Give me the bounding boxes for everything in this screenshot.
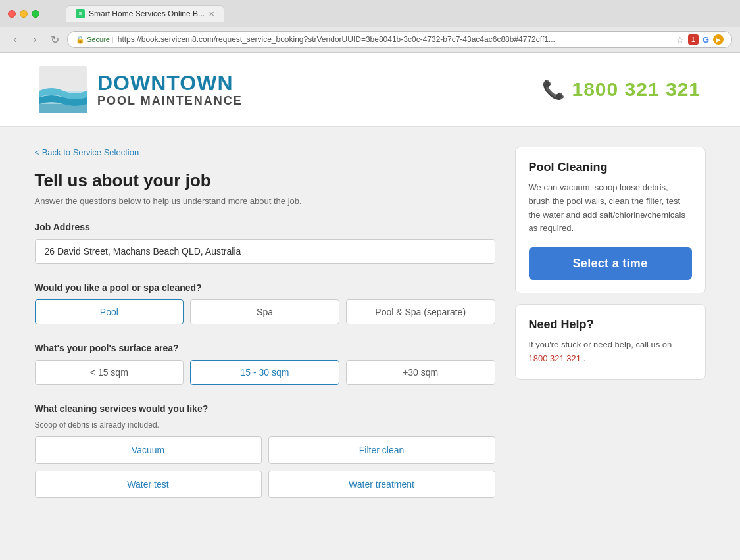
help-text-1: If you're stuck or need help, call us on: [529, 340, 672, 349]
logo-area: DOWNTOWN POOL MAINTENANCE: [39, 66, 243, 113]
menu-icon[interactable]: ▶: [713, 34, 724, 45]
tab-title: Smart Home Services Online B...: [89, 9, 205, 18]
area-options: < 15 sqm 15 - 30 sqm +30 sqm: [35, 360, 495, 385]
phone-number: 1800 321 321: [572, 78, 701, 101]
page-wrapper: DOWNTOWN POOL MAINTENANCE 📞 1800 321 321…: [0, 53, 740, 536]
logo-name: DOWNTOWN: [97, 72, 243, 95]
pool-spa-label: Would you like a pool or spa cleaned?: [35, 282, 495, 293]
service-info-card: Pool Cleaning We can vacuum, scoop loose…: [515, 147, 706, 293]
filter-clean-service-btn[interactable]: Filter clean: [268, 436, 495, 464]
logo-image: [39, 66, 87, 113]
pool-spa-options: Pool Spa Pool & Spa (separate): [35, 299, 495, 324]
area-gt30-option[interactable]: +30 sqm: [346, 360, 495, 385]
job-address-section: Job Address: [35, 222, 495, 264]
refresh-nav-button[interactable]: ↻: [47, 32, 62, 47]
water-treatment-service-btn[interactable]: Water treatment: [268, 471, 495, 498]
page-subtitle: Answer the questions below to help us un…: [35, 196, 495, 206]
tab-close-icon[interactable]: ✕: [209, 10, 214, 18]
vacuum-service-btn[interactable]: Vacuum: [35, 436, 262, 464]
google-icon[interactable]: G: [703, 35, 709, 45]
job-address-label: Job Address: [35, 222, 495, 232]
cleaning-services-sublabel: Scoop of debris is already included.: [35, 420, 495, 430]
area-15-30-option[interactable]: 15 - 30 sqm: [190, 360, 339, 385]
active-tab[interactable]: S Smart Home Services Online B... ✕: [66, 5, 224, 22]
minimize-traffic-light[interactable]: [20, 10, 28, 18]
select-time-button[interactable]: Select a time: [529, 247, 692, 280]
tab-favicon: S: [76, 9, 85, 18]
logo-sub: POOL MAINTENANCE: [97, 95, 243, 108]
phone-icon: 📞: [542, 79, 565, 101]
expand-traffic-light[interactable]: [32, 10, 39, 18]
surface-area-section: What's your pool's surface area? < 15 sq…: [35, 343, 495, 385]
spa-option[interactable]: Spa: [190, 299, 339, 324]
cleaning-services-section: What cleaning services would you like? S…: [35, 403, 495, 498]
address-bar[interactable]: 🔒 Secure | https://book.servicem8.com/re…: [67, 31, 732, 48]
secure-badge: 🔒 Secure |: [76, 36, 114, 44]
close-traffic-light[interactable]: [8, 10, 16, 18]
service-card-title: Pool Cleaning: [529, 161, 692, 174]
address-bar-row: ‹ › ↻ 🔒 Secure | https://book.servicem8.…: [0, 27, 740, 52]
back-link[interactable]: < Back to Service Selection: [35, 147, 139, 157]
page-title: Tell us about your job: [35, 170, 495, 191]
pool-option[interactable]: Pool: [35, 299, 184, 324]
right-panel: Pool Cleaning We can vacuum, scoop loose…: [515, 147, 706, 517]
surface-area-label: What's your pool's surface area?: [35, 343, 495, 353]
water-test-service-btn[interactable]: Water test: [35, 471, 262, 498]
pool-spa-section: Would you like a pool or spa cleaned? Po…: [35, 282, 495, 324]
service-card-desc: We can vacuum, scoop loose debris, brush…: [529, 181, 692, 236]
address-icons: ☆ 1 G ▶: [676, 34, 724, 45]
logo-text: DOWNTOWN POOL MAINTENANCE: [97, 72, 243, 108]
url-text: https://book.servicem8.com/request_servi…: [118, 35, 555, 44]
left-panel: < Back to Service Selection Tell us abou…: [35, 147, 495, 517]
pool-spa-option[interactable]: Pool & Spa (separate): [346, 299, 495, 324]
job-address-input[interactable]: [35, 239, 495, 264]
extensions-icon[interactable]: 1: [688, 34, 699, 45]
lock-icon: 🔒: [76, 36, 85, 44]
site-header: DOWNTOWN POOL MAINTENANCE 📞 1800 321 321: [0, 53, 740, 127]
svg-rect-3: [39, 104, 87, 113]
service-grid: Vacuum Filter clean Water test Water tre…: [35, 436, 495, 498]
help-card-title: Need Help?: [529, 318, 692, 332]
forward-nav-button[interactable]: ›: [28, 32, 42, 47]
main-content: < Back to Service Selection Tell us abou…: [22, 127, 719, 536]
secure-text: Secure: [87, 36, 110, 43]
traffic-lights: [8, 10, 39, 18]
cleaning-services-label: What cleaning services would you like?: [35, 403, 495, 414]
help-text: If you're stuck or need help, call us on…: [529, 338, 692, 366]
area-lt15-option[interactable]: < 15 sqm: [35, 360, 184, 385]
browser-chrome: S Smart Home Services Online B... ✕ ‹ › …: [0, 0, 740, 53]
browser-titlebar: S Smart Home Services Online B... ✕: [0, 0, 740, 27]
phone-area: 📞 1800 321 321: [542, 78, 701, 101]
star-icon[interactable]: ☆: [676, 35, 684, 45]
help-card: Need Help? If you're stuck or need help,…: [515, 304, 706, 380]
help-text-2: .: [583, 353, 586, 363]
back-nav-button[interactable]: ‹: [8, 32, 22, 47]
help-phone: 1800 321 321: [529, 353, 581, 363]
tab-bar: S Smart Home Services Online B... ✕: [58, 5, 232, 22]
